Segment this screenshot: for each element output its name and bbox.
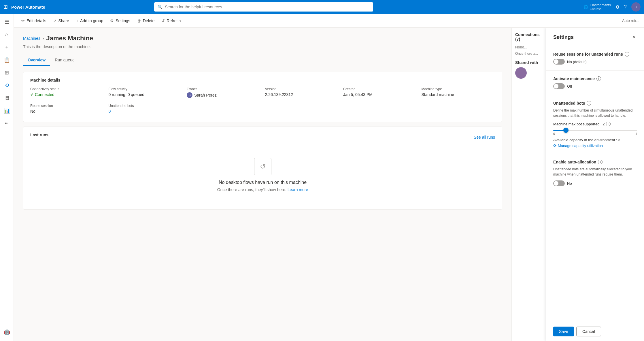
connected-icon: ✔ <box>30 92 34 97</box>
slider-track <box>553 130 637 131</box>
learn-more-link[interactable]: Learn more <box>288 187 308 192</box>
save-button[interactable]: Save <box>553 327 574 336</box>
created-item: Created Jan 5, 05:43 PM <box>343 87 417 98</box>
auto-allocation-info-icon[interactable]: i <box>598 160 603 164</box>
owner-item: Owner S Sarah Perez <box>187 87 260 98</box>
created-value: Jan 5, 05:43 PM <box>343 92 417 97</box>
auto-allocation-desc: Unattended bots are automatically alloca… <box>553 167 637 177</box>
tab-overview[interactable]: Overview <box>23 55 50 66</box>
app-title: Power Automate <box>11 5 45 10</box>
main-area: ✏ Edit details ↗ Share + Add to group ⚙ … <box>14 14 644 341</box>
machine-max-bot-info-icon[interactable]: i <box>606 122 611 126</box>
left-sidebar: ☰ ⌂ + 📋 ⊞ ⟲ 🖥 📊 ••• 🤖 <box>0 14 14 341</box>
top-nav: ⊞ Power Automate 🔍 🌐 Environments Contos… <box>0 0 644 14</box>
machine-details-card: Machine details Connectivity status ✔ Co… <box>23 72 502 122</box>
connections-panel: Connections (7) Nobo... Once there a... … <box>511 28 546 341</box>
add-to-group-button[interactable]: + Add to group <box>73 17 106 25</box>
empty-icon: ↺ <box>254 158 271 175</box>
sidebar-menu-icon[interactable]: ☰ <box>1 16 13 28</box>
unattended-bots-desc: Define the max number of simultaneous un… <box>553 108 637 118</box>
sidebar-connections-icon[interactable]: ⟲ <box>1 80 13 91</box>
reuse-sessions-info-icon[interactable]: i <box>625 52 629 56</box>
sidebar-approvals-icon[interactable]: 📋 <box>1 54 13 66</box>
tab-run-queue[interactable]: Run queue <box>50 55 79 66</box>
breadcrumb-separator: › <box>43 36 44 41</box>
connectivity-item: Connectivity status ✔ Connected <box>30 87 104 98</box>
available-capacity-label: Available capacity in the environment : … <box>553 138 637 142</box>
page-description: This is the description of the machine. <box>23 44 502 49</box>
activate-maintenance-info-icon[interactable]: i <box>596 76 601 81</box>
nav-right: 🌐 Environments Contoso ⚙ ? U <box>583 2 641 12</box>
panel-title: Settings <box>553 34 574 40</box>
settings-gear-icon: ⚙ <box>110 18 114 23</box>
reuse-sessions-toggle-row: No (default) <box>553 59 637 65</box>
last-runs-header: Last runs See all runs <box>30 133 495 142</box>
breadcrumb-current: James Machine <box>46 35 93 42</box>
activate-maintenance-section: Activate maintenance i Off <box>546 71 644 95</box>
environment-name: Contoso <box>590 7 611 11</box>
close-panel-button[interactable]: ✕ <box>631 33 637 41</box>
connectivity-value: ✔ Connected <box>30 92 104 97</box>
reuse-session-value: No <box>30 109 104 114</box>
sidebar-bot-icon[interactable]: 🤖 <box>1 326 13 338</box>
activate-maintenance-toggle-row: Off <box>553 83 637 89</box>
help-icon[interactable]: ? <box>624 4 627 10</box>
activate-maintenance-title: Activate maintenance i <box>553 76 637 81</box>
nobody-label: Nobo... <box>515 45 543 49</box>
cancel-button[interactable]: Cancel <box>576 327 601 336</box>
search-input[interactable] <box>165 5 370 9</box>
empty-title: No desktop flows have run on this machin… <box>219 180 307 185</box>
refresh-button[interactable]: ↺ Refresh <box>158 17 184 25</box>
version-item: Version 2.26.139.22312 <box>265 87 339 98</box>
edit-details-button[interactable]: ✏ Edit details <box>18 17 49 25</box>
slider-max: 1 <box>635 132 637 135</box>
breadcrumb-parent[interactable]: Machines <box>23 36 40 41</box>
delete-button[interactable]: 🗑 Delete <box>134 17 157 25</box>
unattended-bots-label: Unattended bots <box>109 104 182 108</box>
sidebar-solutions-icon[interactable]: ⊞ <box>1 67 13 78</box>
sidebar-more-icon[interactable]: ••• <box>1 118 13 129</box>
empty-state: ↺ No desktop flows have run on this mach… <box>30 146 495 204</box>
reuse-session-label: Reuse session <box>30 104 104 108</box>
activate-maintenance-value: Off <box>567 84 572 88</box>
auto-allocation-toggle[interactable] <box>553 180 565 186</box>
search-icon: 🔍 <box>158 5 163 9</box>
version-value: 2.26.139.22312 <box>265 92 339 97</box>
breadcrumb: Machines › James Machine <box>23 35 502 42</box>
flow-activity-label: Flow activity <box>109 87 182 91</box>
owner-value: S Sarah Perez <box>187 92 260 98</box>
panel-header: Settings ✕ <box>546 28 644 46</box>
owner-label: Owner <box>187 87 260 91</box>
activate-maintenance-toggle[interactable] <box>553 83 565 89</box>
environment-selector[interactable]: 🌐 Environments Contoso <box>583 3 611 11</box>
edit-icon: ✏ <box>21 18 25 23</box>
sidebar-add-icon[interactable]: + <box>1 42 13 53</box>
app-grid-icon[interactable]: ⊞ <box>3 4 8 10</box>
reuse-sessions-toggle[interactable] <box>553 59 565 65</box>
settings-icon[interactable]: ⚙ <box>615 4 620 10</box>
sidebar-analytics-icon[interactable]: 📊 <box>1 105 13 116</box>
manage-capacity-link[interactable]: ⟳ Manage capacity utilization <box>553 143 637 148</box>
settings-button[interactable]: ⚙ Settings <box>107 17 133 25</box>
refresh-icon: ↺ <box>161 18 165 23</box>
search-bar: 🔍 <box>154 2 373 12</box>
share-button[interactable]: ↗ Share <box>50 17 72 25</box>
last-runs-title: Last runs <box>30 133 48 137</box>
unattended-bots-value[interactable]: 0 <box>109 109 182 114</box>
see-all-runs-link[interactable]: See all runs <box>474 135 495 140</box>
sidebar-monitor-icon[interactable]: 🖥 <box>1 92 13 104</box>
sidebar-home-icon[interactable]: ⌂ <box>1 29 13 40</box>
details-grid: Connectivity status ✔ Connected Flow act… <box>30 87 495 114</box>
slider-thumb[interactable] <box>563 128 569 133</box>
flow-activity-item: Flow activity 0 running, 0 queued <box>109 87 182 98</box>
globe-icon: 🌐 <box>583 5 588 9</box>
unattended-bots-info-icon[interactable]: i <box>587 101 591 105</box>
created-label: Created <box>343 87 417 91</box>
reuse-sessions-section: Reuse sessions for unattended runs i No … <box>546 46 644 71</box>
unattended-bots-panel-title: Unattended bots i <box>553 101 637 105</box>
avatar[interactable]: U <box>631 2 641 12</box>
add-group-icon: + <box>76 18 78 23</box>
connections-title: Connections (7) <box>515 32 543 42</box>
last-runs-card: Last runs See all runs ↺ No desktop flow… <box>23 127 502 210</box>
reuse-sessions-title: Reuse sessions for unattended runs i <box>553 52 637 56</box>
